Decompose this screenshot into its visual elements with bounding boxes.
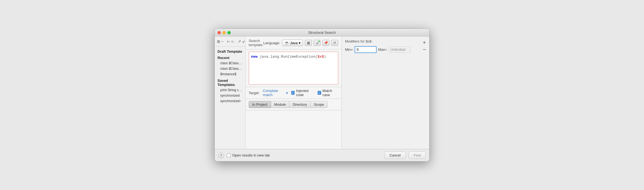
filter-active-dot: [318, 41, 320, 42]
code-content: new java.lang.RuntimeException($x$): [251, 54, 336, 60]
help-icon: ?: [220, 153, 222, 157]
language-selector[interactable]: ☕ Java ▾: [282, 40, 303, 46]
sidebar-toolbar: ⊞ − ≡↑ ≡↓ ↗ ↙: [215, 37, 245, 47]
move-up-button[interactable]: ≡↑: [227, 38, 230, 45]
center-panel: Search template: Language: ☕ Java ▾ ▦ ⊿: [245, 37, 341, 149]
max-label: Max=: [378, 48, 387, 52]
modifiers-panel: Modifiers for $x$: + Min= Max= −: [341, 37, 429, 149]
import-button[interactable]: ↙: [242, 38, 245, 45]
language-label: Language:: [263, 41, 280, 45]
target-label: Target:: [249, 91, 260, 95]
recent-item-1[interactable]: class $Class$ { $FieldTyp...: [215, 60, 245, 66]
maximize-button[interactable]: [227, 31, 231, 34]
remove-modifier-button[interactable]: −: [423, 46, 426, 53]
language-dropdown-arrow: ▾: [299, 41, 301, 45]
options-row: Target: Complete match ▾ ✓ Injected code…: [245, 87, 341, 99]
saved-section-header: Saved Templates: [215, 77, 245, 87]
open-results-wrap[interactable]: Open results in new tab: [227, 153, 270, 157]
saved-item-1[interactable]: print String calls: [215, 87, 245, 93]
panel-header-right: Language: ☕ Java ▾ ▦ ⊿ 📌 ↺: [263, 40, 338, 46]
structural-search-window: Structural Search ⊞ − ≡↑ ≡↓ ↗ ↙ Draft Te…: [214, 29, 430, 161]
sidebar-list: Draft Template Recent class $Class$ { $F…: [215, 47, 245, 149]
scope-in-project-button[interactable]: In Project: [249, 101, 271, 108]
match-case-checkbox-wrap[interactable]: ✓ Match case: [318, 89, 338, 97]
recent-item-3[interactable]: $Instance$: [215, 71, 245, 77]
injected-code-checkbox[interactable]: ✓: [291, 91, 295, 95]
scope-scope-button[interactable]: Scope: [310, 101, 327, 108]
scope-module-button[interactable]: Module: [271, 101, 290, 108]
remove-template-button[interactable]: −: [221, 38, 224, 45]
match-case-label: Match case: [323, 89, 338, 97]
add-modifier-button[interactable]: +: [423, 40, 426, 46]
filter-icon: ⊿: [316, 41, 318, 45]
main-content: ⊞ − ≡↑ ≡↓ ↗ ↙ Draft Template Recent clas…: [215, 37, 429, 149]
panel-header-left: Search template:: [249, 39, 263, 47]
java-icon: ☕: [284, 41, 289, 45]
window-title: Structural Search: [308, 30, 336, 35]
scope-directory-button[interactable]: Directory: [289, 101, 310, 108]
center-spacer: [245, 110, 341, 149]
match-case-checkbox[interactable]: ✓: [318, 91, 321, 95]
sidebar: ⊞ − ≡↑ ≡↓ ↗ ↙ Draft Template Recent clas…: [215, 37, 245, 149]
find-button[interactable]: Find: [409, 152, 426, 159]
open-results-checkbox[interactable]: [227, 153, 231, 157]
recent-item-2[interactable]: class $Class$ { $FieldTyp...: [215, 66, 245, 71]
help-button[interactable]: ?: [218, 152, 224, 158]
traffic-lights: [218, 31, 231, 34]
toggle-button[interactable]: ▦: [305, 40, 312, 46]
min-input[interactable]: [355, 46, 377, 53]
closing-paren: ): [324, 55, 326, 59]
search-template-editor[interactable]: new java.lang.RuntimeException($x$): [249, 52, 338, 85]
injected-code-label: Injected code: [296, 89, 314, 97]
var-x: $x$: [317, 55, 324, 59]
min-row: Min= Max= −: [345, 46, 426, 53]
panel-header: Search template: Language: ☕ Java ▾ ▦ ⊿: [245, 37, 341, 49]
close-button[interactable]: [218, 31, 221, 34]
scope-row: In Project Module Directory Scope: [245, 99, 341, 110]
add-template-button[interactable]: ⊞: [217, 38, 220, 45]
move-down-button[interactable]: ≡↓: [231, 38, 235, 45]
export-button[interactable]: ↗: [238, 38, 241, 45]
class-path: java.lang.RuntimeException(: [260, 55, 318, 59]
target-dropdown-arrow: ▾: [286, 91, 288, 95]
target-dropdown[interactable]: Complete match ▾: [263, 89, 288, 97]
cancel-button[interactable]: Cancel: [384, 152, 406, 159]
language-value: Java: [290, 41, 298, 45]
bottom-bar: ? Open results in new tab Cancel Find: [215, 149, 429, 161]
keyword-new: new: [251, 55, 258, 59]
modifiers-title: Modifiers for $x$:: [345, 39, 372, 43]
filter-button[interactable]: ⊿: [313, 40, 321, 46]
minimize-button[interactable]: [222, 31, 226, 34]
saved-item-3[interactable]: synchronized~: [215, 98, 245, 104]
max-input[interactable]: [389, 46, 411, 53]
right-split: Search template: Language: ☕ Java ▾ ▦ ⊿: [245, 37, 429, 149]
open-results-label: Open results in new tab: [232, 153, 270, 157]
titlebar: Structural Search: [215, 29, 429, 37]
saved-item-2[interactable]: synchronized: [215, 93, 245, 98]
min-label: Min=: [345, 48, 353, 52]
draft-section-header: Draft Template: [215, 48, 245, 54]
recent-section-header: Recent: [215, 54, 245, 60]
target-value: Complete match: [263, 89, 285, 97]
search-template-label: Search template:: [249, 39, 263, 47]
pin-button[interactable]: 📌: [322, 40, 329, 46]
refresh-button[interactable]: ↺: [331, 40, 338, 46]
injected-code-checkbox-wrap[interactable]: ✓ Injected code: [291, 89, 314, 97]
